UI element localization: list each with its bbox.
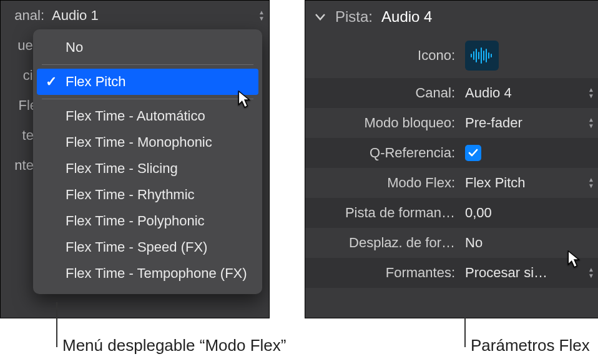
label-flex-mode: Modo Flex: (305, 175, 461, 191)
value-canal-r[interactable]: Audio 4 (461, 85, 584, 101)
value-formants[interactable]: Procesar si… (461, 265, 584, 281)
track-header[interactable]: Pista: Audio 4 (305, 1, 598, 33)
track-label: Pista: (335, 8, 373, 26)
menu-item-flex-time-tempophone[interactable]: Flex Time - Tempophone (FX) (33, 260, 262, 287)
row-formant-track: Pista de forman… 0,00 (305, 198, 598, 228)
row-bloqueo: Modo bloqueo: Pre-fader ▲▼ (305, 108, 598, 138)
menu-separator (42, 99, 253, 99)
value-formant-shift[interactable]: No (461, 235, 584, 251)
row-flex-mode: Modo Flex: Flex Pitch ▲▼ (305, 168, 598, 198)
row-formants: Formantes: Procesar si… ▲▼ (305, 258, 598, 288)
menu-item-flex-time-rhythmic[interactable]: Flex Time - Rhythmic (33, 182, 262, 208)
stepper-canal-r[interactable]: ▲▼ (584, 87, 598, 99)
label-qref: Q-Referencia: (305, 145, 461, 161)
waveform-icon (465, 41, 499, 71)
menu-item-flex-time-speed[interactable]: Flex Time - Speed (FX) (33, 234, 262, 260)
label-formant-track: Pista de forman… (305, 205, 461, 221)
label-bloqueo-r: Modo bloqueo: (305, 115, 461, 131)
qref-checkbox[interactable] (465, 145, 481, 161)
row-formant-shift: Desplaz. de for… No (305, 228, 598, 258)
label-icon: Icono: (305, 47, 461, 64)
stepper-formants[interactable]: ▲▼ (584, 267, 598, 278)
row-canal: Canal: Audio 4 ▲▼ (305, 78, 598, 108)
menu-item-off[interactable]: No (33, 34, 262, 61)
label-formant-shift: Desplaz. de for… (305, 235, 461, 251)
value-formant-track[interactable]: 0,00 (461, 205, 584, 221)
left-inspector-panel: anal: Audio 1 ▲▼ ueo: cia: Flex tes: nte… (0, 0, 270, 318)
label-canal: anal: (1, 7, 49, 24)
right-inspector-panel: Pista: Audio 4 Icono: (305, 0, 598, 318)
value-icon[interactable] (461, 41, 584, 71)
cursor-icon (238, 91, 252, 109)
row-qref: Q-Referencia: (305, 138, 598, 168)
stepper-canal[interactable]: ▲▼ (254, 10, 269, 21)
menu-item-flex-time-slicing[interactable]: Flex Time - Slicing (33, 155, 262, 182)
stepper-bloqueo-r[interactable]: ▲▼ (584, 117, 598, 129)
left-row-canal: anal: Audio 1 ▲▼ (1, 1, 269, 31)
chevron-down-icon (314, 11, 326, 23)
flex-mode-popup: No Flex Pitch Flex Time - Automático Fle… (33, 29, 262, 294)
menu-item-flex-time-poly[interactable]: Flex Time - Polyphonic (33, 208, 262, 234)
value-bloqueo-r[interactable]: Pre-fader (461, 115, 584, 131)
label-canal-r: Canal: (305, 85, 461, 101)
menu-item-flex-time-mono[interactable]: Flex Time - Monophonic (33, 129, 262, 155)
value-flex-mode[interactable]: Flex Pitch (461, 175, 584, 191)
menu-item-flex-time-auto[interactable]: Flex Time - Automático (33, 103, 262, 129)
stepper-flex-mode[interactable]: ▲▼ (584, 177, 598, 189)
callout-right-text: Parámetros Flex (471, 336, 590, 355)
menu-item-flex-pitch[interactable]: Flex Pitch (37, 69, 258, 95)
track-value: Audio 4 (381, 8, 432, 26)
label-formants: Formantes: (305, 265, 461, 281)
value-canal[interactable]: Audio 1 (49, 7, 254, 24)
value-qref (461, 145, 584, 161)
callout-left-text: Menú desplegable “Modo Flex” (62, 336, 286, 355)
row-icon: Icono: (305, 33, 598, 78)
cursor-icon (567, 250, 581, 269)
menu-separator (42, 64, 253, 65)
